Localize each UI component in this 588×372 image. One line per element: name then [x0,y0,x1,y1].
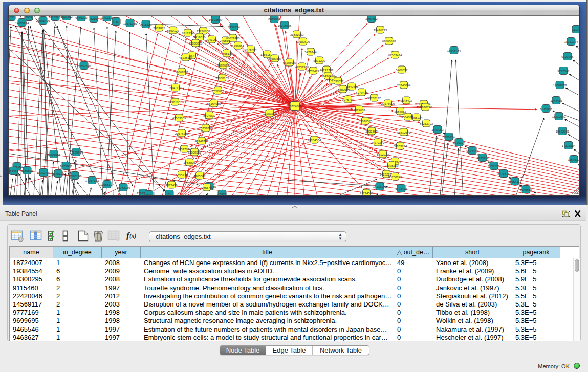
svg-text:1156829: 1156829 [21,169,34,172]
svg-text:12505135: 12505135 [68,174,82,178]
svg-text:10654112: 10654112 [508,180,522,183]
svg-text:8755439: 8755439 [307,70,319,73]
svg-text:10923: 10923 [218,193,227,196]
svg-text:(x): (x) [129,233,137,239]
svg-text:1327602: 1327602 [60,16,73,18]
svg-text:3678638: 3678638 [217,64,229,67]
svg-text:2839607: 2839607 [353,108,365,112]
svg-text:3871230: 3871230 [313,59,325,62]
svg-text:28740864: 28740864 [397,84,411,87]
svg-text:29175900: 29175900 [381,102,395,105]
svg-text:24972279: 24972279 [371,141,385,144]
svg-text:9478454: 9478454 [245,48,257,51]
svg-text:95758349: 95758349 [388,176,402,179]
svg-text:10782759: 10782759 [117,186,130,189]
svg-text:2921859: 2921859 [365,130,378,133]
svg-text:81016525: 81016525 [359,120,373,123]
svg-text:56164955: 56164955 [207,102,221,105]
svg-text:30868105: 30868105 [215,77,229,80]
svg-text:1733426: 1733426 [395,187,407,190]
svg-text:96282117: 96282117 [367,97,381,100]
svg-text:7357274: 7357274 [228,26,240,29]
svg-text:9227342: 9227342 [557,70,570,73]
svg-text:16033809: 16033809 [209,18,223,21]
svg-text:12093833: 12093833 [553,84,567,87]
svg-text:26753883: 26753883 [199,127,213,130]
svg-text:14055714: 14055714 [15,21,29,25]
svg-text:20206555: 20206555 [47,153,61,156]
svg-text:9975887: 9975887 [60,165,72,168]
svg-text:16648784: 16648784 [447,49,461,52]
svg-text:9474444: 9474444 [466,149,478,152]
svg-text:33978249: 33978249 [385,164,399,167]
svg-text:47338124: 47338124 [179,56,193,59]
svg-text:6479197: 6479197 [453,141,465,144]
svg-text:2055: 2055 [9,16,15,19]
svg-text:10671355: 10671355 [123,22,137,25]
svg-text:46231783: 46231783 [320,69,334,72]
svg-text:6647119: 6647119 [170,86,182,90]
svg-text:9129966: 9129966 [561,55,574,58]
svg-text:42857966: 42857966 [295,65,309,69]
svg-text:19218906: 19218906 [278,24,292,27]
svg-text:70855700: 70855700 [200,186,214,189]
svg-text:13226058: 13226058 [197,30,210,33]
svg-text:31831063: 31831063 [290,33,304,36]
svg-text:19384554: 19384554 [308,139,321,142]
svg-text:67503414: 67503414 [388,54,402,57]
svg-text:66629388: 66629388 [226,37,240,40]
svg-text:36687537: 36687537 [268,57,282,60]
svg-text:9548432: 9548432 [400,99,412,102]
svg-text:1167533: 1167533 [568,158,579,161]
svg-text:89978790: 89978790 [419,106,432,109]
svg-text:6279418: 6279418 [356,91,368,94]
svg-text:66306997: 66306997 [283,61,297,64]
svg-text:3684052: 3684052 [394,110,406,113]
svg-text:2069: 2069 [25,16,32,19]
svg-text:84252722: 84252722 [420,122,433,125]
svg-text:9245652: 9245652 [520,188,532,191]
svg-text:8612220: 8612220 [377,153,389,156]
svg-text:2935114: 2935114 [477,157,489,160]
svg-text:17957253: 17957253 [85,179,99,182]
svg-text:5479144: 5479144 [304,51,317,54]
svg-text:39436733: 39436733 [374,29,387,32]
svg-text:42868828: 42868828 [189,42,203,45]
svg-text:4905582: 4905582 [193,174,206,178]
svg-text:7515526: 7515526 [140,23,152,26]
svg-text:7663822: 7663822 [153,27,165,30]
svg-text:8707870: 8707870 [203,114,215,117]
svg-text:1538552: 1538552 [332,80,344,83]
svg-text:5408072: 5408072 [396,69,408,72]
svg-text:1067: 1067 [113,20,120,24]
svg-text:391514: 391514 [9,170,19,173]
svg-text:1768805: 1768805 [183,161,195,164]
svg-text:8215958: 8215958 [540,107,552,111]
svg-text:6466102: 6466102 [75,16,88,19]
svg-text:10958107: 10958107 [100,183,114,186]
svg-text:4668136: 4668136 [221,52,233,55]
svg-text:8912954: 8912954 [182,32,194,35]
svg-text:57683626: 57683626 [296,40,310,43]
svg-text:11170: 11170 [572,28,579,31]
svg-text:7455324: 7455324 [410,116,423,119]
svg-text:8660123: 8660123 [167,29,179,32]
svg-text:68353204: 68353204 [394,145,407,148]
svg-text:1640953: 1640953 [431,128,444,132]
svg-text:1419610: 1419610 [193,36,206,39]
svg-text:2087652: 2087652 [365,17,378,20]
svg-text:18883684: 18883684 [336,88,350,91]
svg-text:15300273: 15300273 [263,112,277,115]
svg-text:45812670: 45812670 [397,131,411,134]
svg-text:8216: 8216 [90,17,97,20]
svg-text:944: 944 [146,193,152,196]
svg-text:15751074: 15751074 [564,40,578,43]
svg-text:20576383: 20576383 [175,132,189,135]
svg-text:5855124: 5855124 [176,173,188,177]
svg-text:15692901: 15692901 [556,130,570,133]
svg-text:8813054: 8813054 [268,18,280,21]
svg-text:91734598: 91734598 [360,192,374,195]
svg-text:1145194: 1145194 [53,172,65,176]
svg-text:17016504: 17016504 [562,144,576,147]
svg-text:63606628: 63606628 [382,40,396,43]
